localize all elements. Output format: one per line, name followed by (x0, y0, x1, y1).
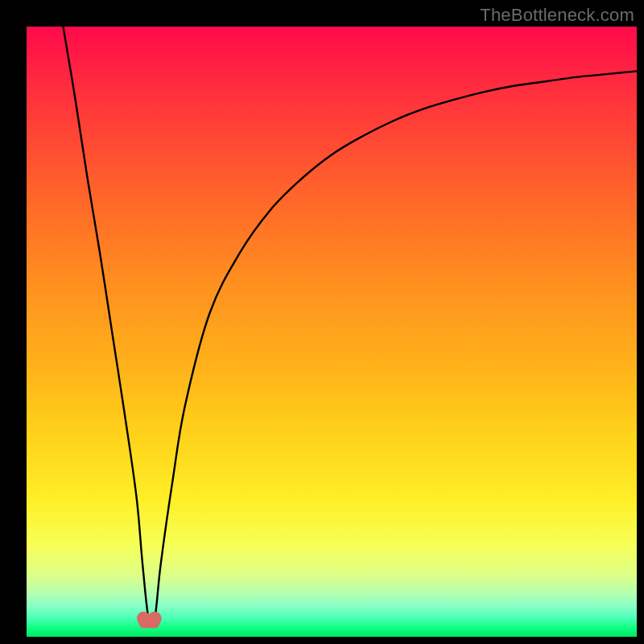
chart-svg (27, 27, 637, 637)
watermark-text: TheBottleneck.com (480, 5, 634, 26)
plot-area (27, 27, 637, 637)
outer-frame: TheBottleneck.com (0, 0, 644, 644)
marker-dot (148, 612, 162, 625)
series-bottleneck-curve (63, 27, 637, 625)
curve-line (63, 27, 637, 625)
